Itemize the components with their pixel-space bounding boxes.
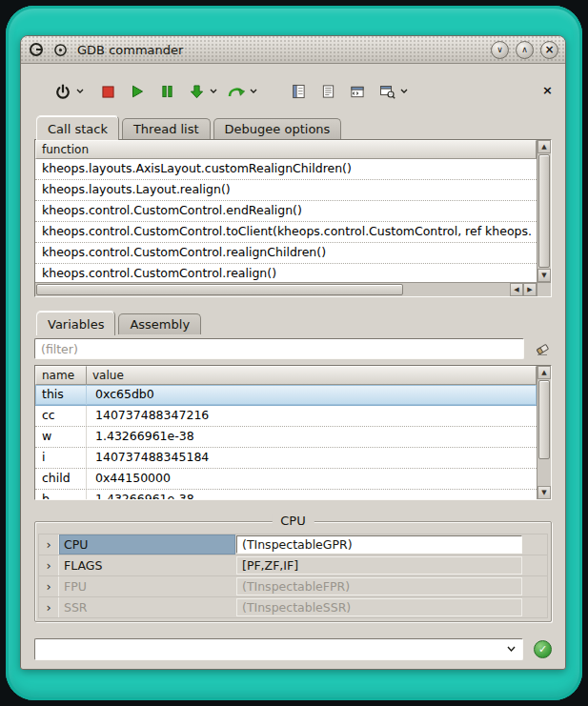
send-command-button[interactable]: ✓ xyxy=(534,640,552,658)
cpu-row[interactable]: › SSR (TInspectableSSR) xyxy=(39,597,547,617)
step-into-button[interactable] xyxy=(185,80,218,103)
inspect-dropdown-icon[interactable] xyxy=(399,89,409,94)
scroll-up-icon[interactable]: ▲ xyxy=(537,366,551,379)
cpu-value-cell xyxy=(236,535,522,554)
gdb-commander-window: GDB commander ∨ ∧ × × xyxy=(20,35,566,670)
call-stack-list: function kheops.layouts.AxisLayout.custo… xyxy=(35,140,537,282)
call-stack-row[interactable]: kheops.control.CustomControl.endRealign(… xyxy=(35,201,537,222)
scroll-thumb[interactable] xyxy=(538,154,550,268)
value-column-header[interactable]: value xyxy=(87,366,537,385)
cpu-register-group[interactable]: SSR xyxy=(58,597,235,617)
expander-icon[interactable]: › xyxy=(39,598,58,616)
inspect-window-button[interactable] xyxy=(375,80,409,103)
variable-name: child xyxy=(35,469,87,489)
cpu-gutter xyxy=(522,535,547,555)
call-stack-row[interactable]: kheops.layouts.Layout.realign() xyxy=(35,180,537,201)
close-button[interactable]: × xyxy=(540,41,558,59)
window-code-icon xyxy=(350,85,365,99)
step-into-dropdown-icon[interactable] xyxy=(209,89,218,94)
cpu-value-cell: (TInspectableSSR) xyxy=(236,598,522,616)
tab-assembly[interactable]: Assembly xyxy=(118,313,201,334)
call-stack-vertical-scrollbar[interactable]: ▲ ▼ xyxy=(537,140,551,282)
app-icon xyxy=(28,41,45,58)
filter-input[interactable] xyxy=(34,338,524,359)
variable-row[interactable]: child 0x44150000 xyxy=(35,469,537,490)
play-icon xyxy=(131,85,144,98)
cpu-register-group[interactable]: FLAGS xyxy=(58,555,235,575)
cpu-panel: CPU › CPU › FLAGS xyxy=(34,521,552,622)
scroll-track[interactable] xyxy=(35,283,510,296)
variable-row[interactable]: i 140737488345184 xyxy=(35,448,537,469)
filter-clear-button[interactable] xyxy=(533,339,552,358)
expander-icon[interactable]: › xyxy=(39,577,58,595)
titlebar[interactable]: GDB commander ∨ ∧ × xyxy=(21,36,565,64)
log-button[interactable] xyxy=(287,80,310,103)
gdb-command-input[interactable] xyxy=(35,639,499,659)
function-column-header[interactable]: function xyxy=(35,140,537,159)
variable-value: 140737488347216 xyxy=(87,406,537,426)
call-stack-row[interactable]: kheops.control.CustomControl.realign() xyxy=(35,264,537,282)
check-icon: ✓ xyxy=(538,643,547,656)
variables-list: name value this 0xc65db0 cc 140737488347… xyxy=(35,366,537,499)
call-stack-horizontal-scrollbar[interactable]: ◀ ▶ xyxy=(35,282,537,296)
variable-row[interactable]: w 1.43266961e-38 xyxy=(35,427,537,448)
scroll-right-icon[interactable]: ▶ xyxy=(523,283,537,296)
cpu-row[interactable]: › CPU xyxy=(39,535,547,555)
expander-icon[interactable]: › xyxy=(39,535,58,554)
variable-row[interactable]: cc 140737488347216 xyxy=(35,406,537,427)
run-button[interactable] xyxy=(126,80,149,103)
cpu-register-group[interactable]: FPU xyxy=(58,576,235,596)
cpu-row[interactable]: › FLAGS [PF,ZF,IF] xyxy=(39,555,547,575)
scroll-track[interactable] xyxy=(537,153,551,269)
name-column-header[interactable]: name xyxy=(35,366,87,385)
scroll-down-icon[interactable]: ▼ xyxy=(537,269,551,282)
source-window-button[interactable] xyxy=(346,80,369,103)
dock-close-button[interactable]: × xyxy=(542,84,553,96)
combobox-dropdown-icon[interactable] xyxy=(499,646,522,653)
scroll-left-icon[interactable]: ◀ xyxy=(510,283,523,296)
scroll-down-icon[interactable]: ▼ xyxy=(537,486,551,499)
window-search-icon xyxy=(375,80,398,103)
cpu-register-group[interactable]: CPU xyxy=(58,535,235,555)
call-stack-tabbar: Call stack Thread list Debugee options xyxy=(34,115,552,139)
gdb-command-combobox[interactable] xyxy=(34,638,523,660)
pause-button[interactable] xyxy=(155,80,178,103)
variable-value: 1.43266961e-38 xyxy=(87,427,537,447)
cpu-value-input[interactable] xyxy=(236,535,522,554)
variable-name: i xyxy=(35,448,87,468)
maximize-button[interactable]: ∧ xyxy=(516,41,534,59)
power-dropdown-icon[interactable] xyxy=(75,89,85,94)
scroll-thumb[interactable] xyxy=(538,380,550,459)
power-icon xyxy=(51,80,74,103)
document-icon xyxy=(321,84,335,99)
step-over-dropdown-icon[interactable] xyxy=(249,89,258,94)
pause-icon xyxy=(161,85,173,98)
expander-icon[interactable]: › xyxy=(39,556,58,575)
tab-debugee-options[interactable]: Debugee options xyxy=(213,118,342,139)
stop-button[interactable] xyxy=(96,80,119,103)
scroll-up-icon[interactable]: ▲ xyxy=(537,140,551,153)
window-menu-icon[interactable] xyxy=(51,41,69,58)
call-stack-row[interactable]: kheops.control.CustomControl.toClient(kh… xyxy=(35,222,537,243)
tab-thread-list[interactable]: Thread list xyxy=(122,118,211,139)
cpu-row[interactable]: › FPU (TInspectableFPR) xyxy=(39,576,547,596)
scroll-track[interactable] xyxy=(537,379,551,486)
variable-row[interactable]: b 1.43266961e-38 xyxy=(35,490,537,499)
tab-call-stack[interactable]: Call stack xyxy=(36,115,119,140)
variable-name: w xyxy=(35,427,87,447)
call-stack-panel: function kheops.layouts.AxisLayout.custo… xyxy=(34,139,552,297)
variable-row[interactable]: this 0xc65db0 xyxy=(35,385,537,406)
step-over-button[interactable] xyxy=(225,80,258,103)
call-stack-row[interactable]: kheops.layouts.AxisLayout.customRealignC… xyxy=(35,159,537,180)
tab-variables[interactable]: Variables xyxy=(36,311,115,335)
variables-vertical-scrollbar[interactable]: ▲ ▼ xyxy=(537,366,551,499)
shade-button[interactable]: ∨ xyxy=(491,41,509,59)
green-down-arrow-icon xyxy=(185,80,208,103)
call-stack-row[interactable]: kheops.control.CustomControl.realignChil… xyxy=(35,243,537,264)
scroll-thumb[interactable] xyxy=(36,284,403,295)
listing-button[interactable] xyxy=(316,80,339,103)
power-button[interactable] xyxy=(51,80,85,103)
window-title: GDB commander xyxy=(77,43,484,57)
cpu-value: [PF,ZF,IF] xyxy=(236,556,522,575)
variable-name: cc xyxy=(35,406,87,426)
